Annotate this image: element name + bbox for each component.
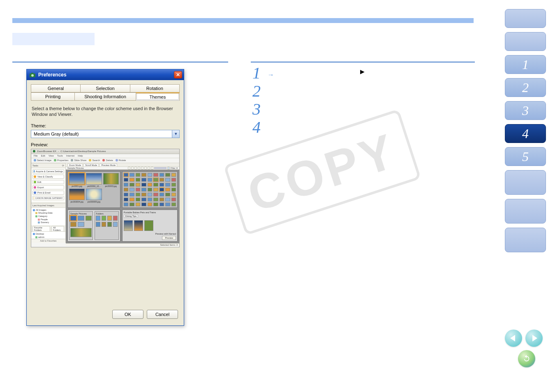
tiny-thumb [165,203,170,206]
nav-button-extra-2[interactable] [505,199,546,224]
tiny-thumb [130,188,134,191]
pane-bottom-left: Sample Pictures [67,210,120,242]
tasks-header: Tasks ⟳ [31,163,65,168]
tab-shooting-information[interactable]: Shooting Information [74,92,136,101]
tiny-thumb [171,203,176,206]
nav-button-extra-1[interactable] [505,170,546,195]
theme-select[interactable]: Medium Gray (default) ▾ [31,130,180,138]
tiny-thumb [124,198,128,201]
nav-button-1[interactable]: 1 [505,55,546,74]
nav-button-3[interactable]: 3 [505,101,546,120]
theme-select-value: Medium Gray (default) [31,130,172,138]
menu-file: File [34,154,38,157]
tab-preview-mode: Preview Mode [99,164,117,166]
header-bar [12,18,474,23]
divider-left [12,62,228,62]
pane-large-thumbs: pic0001.jpg pic00002_12... pic00003.jpg [67,171,120,208]
step-1: 1 → [252,64,274,82]
return-button[interactable] [518,350,535,367]
tiny-thumb [148,198,152,201]
themes-panel: Select a theme below to change the color… [31,104,180,247]
tiny-thumb [171,178,176,182]
nav-button-extra-3[interactable] [505,228,546,252]
tab-general[interactable]: General [31,84,81,92]
theme-label: Theme: [31,123,180,128]
close-icon: ✕ [176,72,180,78]
tiny-thumb [124,183,128,187]
last-acquired-header: Last Acquired Images [31,203,65,208]
camera-icon [34,170,35,173]
tiny-thumb [160,198,164,201]
tiny-thumb [130,193,134,196]
steps-list: 1 → 2 3 4 [252,64,274,136]
tiny-thumb [153,188,158,191]
tiny-thumb [148,188,152,191]
chevron-down-icon: ▾ [175,131,177,136]
folder-tree: Desktop admin Public Computer CW & RC & … [31,232,65,239]
tiny-thumb [171,193,176,196]
ok-button[interactable]: OK [112,310,143,319]
toolbar-select: Select Image [34,159,51,161]
tiny-thumb [165,183,170,187]
app-icon [29,71,36,78]
view-icon [34,175,36,178]
tab-rotation[interactable]: Rotation [130,84,180,92]
task-gateway: CANON IMAGE GATEWAY [32,196,64,200]
tiny-thumb [153,178,158,182]
task-print: Print & Email [32,191,64,195]
cancel-button[interactable]: Cancel [147,310,178,319]
preview-statusbar: Selected Items: 3 [66,243,179,246]
add-to-favorites: Add to Favorites [31,239,65,243]
nav-button-4[interactable]: 4 [505,124,546,143]
tab-themes[interactable]: Themes [136,92,180,101]
folder-tabs: Favorite Folders All Folders [31,225,65,232]
tiny-thumb [171,173,176,177]
tiny-thumb [160,203,164,206]
step-4: 4 [252,118,274,136]
theme-select-dropdown-button[interactable]: ▾ [172,130,180,138]
tiny-thumb [141,173,146,177]
grid-toolbar: Sample Pictures Filter▾ [66,167,179,170]
tiny-thumb [153,203,158,206]
tiny-thumb [136,188,140,191]
next-page-button[interactable] [525,330,543,347]
toolbar-search: Search [89,159,100,161]
tiny-thumb [165,178,170,182]
preview-label: Preview: [31,142,180,147]
nav-button-intro-2[interactable] [505,32,546,51]
section-highlight [12,33,95,45]
nav-button-intro-1[interactable] [505,9,546,28]
tiny-thumb [153,173,158,177]
svg-rect-1 [31,73,33,74]
step-3: 3 [252,100,274,118]
print-icon [34,191,36,194]
tiny-thumb [165,173,170,177]
chapter-nav: 1 2 3 4 5 [505,9,546,252]
tiny-thumb [153,193,158,196]
tiny-thumb [124,203,128,206]
grid-header: Sample Pictures [67,167,84,169]
cloud-icon [34,197,34,199]
tasks-list: Acquire & Camera Settings View & Classif… [31,168,65,203]
menu-edit: Edit [41,154,45,157]
menu-internet: Internet [66,154,74,157]
toolbar-properties: Properties [54,159,68,161]
camera-icon [29,71,36,78]
dialog-titlebar[interactable]: Preferences ✕ [27,69,184,80]
tab-scroll-mode: Scroll Mode [83,164,99,166]
nav-button-5[interactable]: 5 [505,147,546,166]
pane-bottom-right: Portable Babies Pets and Trains Dining T… [122,210,178,242]
tab-printing[interactable]: Printing [31,92,75,101]
step-2: 2 [252,82,274,100]
tab-zoom-mode: Zoom Mode [67,164,83,166]
tiny-thumb [141,178,146,182]
tiny-thumb [136,178,140,182]
tiny-thumb [148,183,152,187]
tiny-thumb [130,203,134,206]
tab-selection[interactable]: Selection [80,84,130,92]
preview-path: C:\Users\admin\Desktop\Sample Pictures [60,150,106,152]
close-button[interactable]: ✕ [174,71,182,78]
nav-button-2[interactable]: 2 [505,78,546,97]
svg-point-2 [31,74,34,77]
prev-page-button[interactable] [505,330,522,347]
